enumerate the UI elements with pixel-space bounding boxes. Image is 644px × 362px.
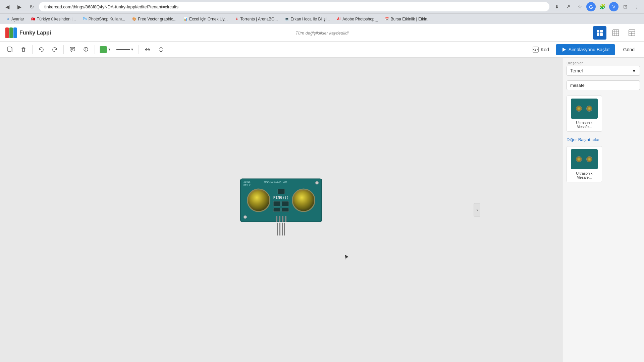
right-sidebar: Bileşenler Temel ▼ Ult — [562, 58, 644, 362]
share-icon[interactable]: ↗ — [564, 2, 573, 11]
mini-eye-left-2 — [576, 156, 582, 162]
menu-icon[interactable]: ⋮ — [632, 2, 641, 11]
bookmark-adobe[interactable]: Ai Adobe Photoshop _ — [334, 16, 380, 22]
other-starters-section[interactable]: Diğer Başlatıcılar — [562, 134, 644, 143]
sensor-eye-left — [247, 189, 270, 212]
cursor-icon — [344, 254, 351, 260]
adobe-label: Adobe Photoshop _ — [342, 17, 378, 21]
delete-button[interactable] — [17, 44, 30, 56]
ayarlar-favicon: ⚙ — [5, 17, 10, 21]
wire-4 — [284, 223, 285, 236]
header-right — [593, 26, 639, 40]
flip-vertical-button[interactable] — [155, 44, 167, 56]
corner-dot-bl — [244, 216, 247, 219]
sensor-board: 28015 REV C WWW.PARALLAX.COM — [240, 179, 322, 222]
color-picker[interactable]: ▼ — [98, 45, 113, 54]
logo-block-2 — [9, 27, 13, 38]
collapse-sidebar-button[interactable]: › — [474, 203, 480, 217]
svg-rect-14 — [8, 47, 11, 51]
sensor-chip-2 — [282, 201, 289, 206]
sidebar-icon[interactable]: ⊡ — [621, 2, 630, 11]
torrents-favicon: ⬇ — [234, 17, 239, 21]
reload-button[interactable]: ↻ — [27, 2, 36, 11]
bookmark-freevector[interactable]: 🎨 Free Vector graphic... — [129, 16, 179, 22]
sensor-chips-row — [273, 201, 289, 206]
comment-button[interactable] — [80, 44, 92, 56]
bookmark-photoshop[interactable]: Ps PhotoShop Kullanı... — [80, 16, 128, 22]
bookmark-excel[interactable]: 📊 Excel İçin Örnek Uy... — [180, 16, 230, 22]
comment-icon — [83, 46, 89, 53]
cursor-position — [344, 254, 351, 262]
sensor-component[interactable]: 28015 REV C WWW.PARALLAX.COM — [240, 179, 322, 236]
sensor-pins — [276, 216, 286, 222]
svg-rect-3 — [600, 33, 603, 36]
bookmark-turkiye[interactable]: 🇹🇷 Türkiye ülkesinden i... — [28, 16, 78, 22]
sensor-eye-right — [292, 189, 315, 212]
view-table-button[interactable] — [625, 26, 639, 40]
svg-rect-9 — [629, 30, 635, 36]
component-label-1: Ultrasonik Mesafe... — [570, 121, 599, 129]
back-button[interactable]: ◀ — [3, 2, 12, 11]
line-dropdown-arrow: ▼ — [130, 48, 134, 51]
copy-button[interactable] — [4, 44, 16, 56]
app-logo: Funky Lappi — [5, 27, 51, 38]
separator-2 — [63, 45, 64, 54]
view-schematic-button[interactable] — [609, 26, 623, 40]
sensor-eye-right-inner — [294, 191, 313, 209]
separator-3 — [95, 45, 95, 54]
separator-4 — [139, 45, 139, 54]
other-starters-label: Diğer Başlatıcılar — [567, 137, 600, 142]
forward-button[interactable]: ▶ — [15, 2, 24, 11]
color-dropdown-arrow: ▼ — [108, 48, 111, 51]
sensor-chips-bottom — [273, 208, 289, 212]
pin-3 — [282, 216, 283, 222]
view-circuit-button[interactable] — [593, 26, 606, 40]
undo-button[interactable] — [35, 44, 47, 56]
component-card-2[interactable]: Ultrasonik Mesafe... — [567, 146, 602, 182]
code-button[interactable]: Kod — [529, 45, 553, 55]
canvas-area[interactable]: › 28015 REV C WWW.PARALLAX.COM — [0, 58, 562, 362]
address-bar[interactable] — [39, 2, 549, 11]
tinkercad-logo-blocks — [5, 27, 17, 38]
bookmark-bursa[interactable]: 📅 Bursa Etkinlik | Etkin... — [382, 16, 433, 22]
bursa-label: Bursa Etkinlik | Etkin... — [390, 17, 430, 21]
code-icon — [533, 47, 539, 53]
component-img-1 — [571, 99, 598, 119]
ayarlar-label: Ayarlar — [11, 17, 24, 21]
pin-4 — [285, 216, 286, 222]
sensor-chip-4 — [282, 208, 289, 212]
adobe-favicon: Ai — [336, 17, 341, 21]
profile-icon[interactable]: V — [609, 2, 619, 11]
bookmark-erkan[interactable]: 💻 Erkan Hoca İle Bilişi... — [282, 16, 332, 22]
wire-2 — [279, 223, 280, 236]
component-search[interactable] — [567, 80, 640, 90]
simulate-button[interactable]: Simülasyonu Başlat — [556, 44, 615, 55]
component-label-2: Ultrasonik Mesafe... — [570, 171, 599, 179]
sensor-part-number: 28015 REV C — [244, 181, 251, 187]
svg-marker-22 — [562, 48, 566, 52]
line-picker[interactable]: ▼ — [114, 47, 136, 52]
flip-horizontal-button[interactable] — [142, 44, 154, 56]
mini-eye-right-2 — [586, 156, 592, 162]
send-button[interactable]: Gönd — [618, 44, 640, 55]
redo-button[interactable] — [49, 44, 61, 56]
turkiye-label: Türkiye ülkesinden i... — [37, 17, 76, 21]
redo-icon — [51, 46, 58, 53]
app-title: Funky Lappi — [19, 30, 51, 36]
extensions-icon[interactable]: 🧩 — [598, 2, 607, 11]
pin-1 — [276, 216, 277, 222]
sensor-chip-top — [277, 189, 285, 194]
simulate-label: Simülasyonu Başlat — [569, 47, 610, 52]
category-dropdown[interactable]: Temel ▼ — [567, 66, 640, 76]
bookmark-ayarlar[interactable]: ⚙ Ayarlar — [3, 16, 27, 22]
download-icon[interactable]: ⬇ — [552, 2, 561, 11]
component-card-1[interactable]: Ultrasonik Mesafe... — [567, 96, 602, 132]
bookmark-torrents[interactable]: ⬇ Torrents | ArenaBG... — [232, 16, 281, 22]
translate-icon[interactable]: G — [586, 2, 596, 11]
sensor-eye-left-inner — [250, 191, 268, 209]
bookmark-icon[interactable]: ☆ — [575, 2, 584, 11]
ping-text: PING))) — [273, 195, 289, 200]
flip-v-icon — [158, 46, 164, 53]
photoshop-favicon: Ps — [83, 17, 87, 21]
annotation-button[interactable] — [66, 44, 78, 56]
